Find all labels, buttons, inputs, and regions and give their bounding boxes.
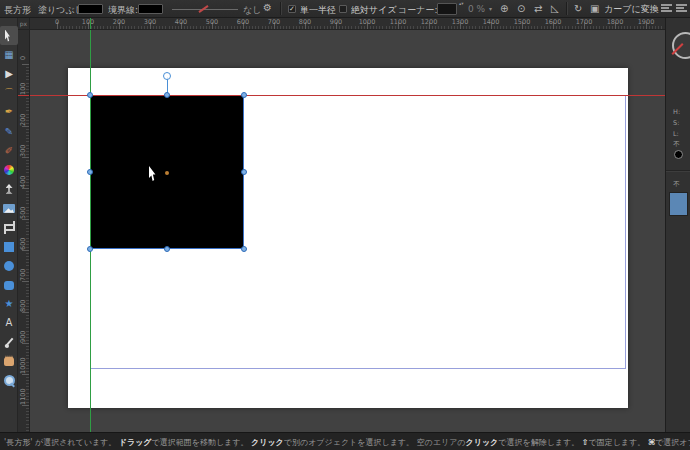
zoom-tool[interactable] — [0, 371, 18, 390]
hruler-label: 1700 — [576, 18, 593, 26]
saturation-label: S: — [673, 119, 679, 127]
ellipse-tool-icon — [4, 261, 14, 271]
color-swatch-black[interactable] — [674, 150, 683, 159]
hruler-label: 100 — [82, 18, 94, 26]
picture-tool[interactable] — [0, 199, 18, 218]
preview-mode-icon[interactable]: ▣ — [590, 3, 599, 14]
rotation-handle[interactable] — [163, 72, 171, 80]
hruler-label: 1400 — [483, 18, 500, 26]
vruler-label: 1000 — [19, 362, 27, 374]
move-tool[interactable] — [0, 26, 18, 45]
color-picker-tool[interactable] — [0, 333, 18, 352]
hand-tool[interactable] — [0, 352, 18, 371]
insert-behind-icon[interactable]: ⇄ — [534, 3, 542, 14]
horizontal-guide[interactable] — [30, 95, 665, 96]
vector-crop-tool-icon — [4, 222, 15, 233]
status-text: で選択を解除します。 — [498, 438, 581, 447]
move-tool-icon — [5, 30, 13, 42]
vruler-label: 600 — [19, 238, 27, 250]
transparency-tool[interactable] — [0, 180, 18, 199]
vruler-label: 500 — [19, 207, 27, 219]
ruler-unit-corner[interactable]: px — [18, 18, 30, 30]
corner-tool-icon: ⌒ — [4, 88, 14, 98]
hruler-label: 1300 — [452, 18, 469, 26]
frame-tool[interactable]: ▦ — [0, 45, 18, 64]
vector-crop-tool[interactable] — [0, 218, 18, 237]
absolute-size-label: 絶対サイズ — [351, 4, 397, 17]
hruler-label: 1100 — [390, 18, 407, 26]
vertical-ruler[interactable]: 010020030040050060070080090010001100 — [18, 30, 30, 432]
hruler-label: 500 — [206, 18, 218, 26]
vruler-label: 900 — [19, 331, 27, 343]
status-bar-hint-text: '長方形' が選択されています。 ドラッグで選択範囲を移動します。 クリックで別… — [0, 432, 690, 450]
text-tool[interactable]: A — [0, 314, 18, 333]
transform-origin-icon[interactable]: ◺ — [551, 3, 559, 14]
ellipse-tool[interactable] — [0, 256, 18, 275]
selection-handle[interactable] — [87, 169, 93, 175]
hruler-label: 400 — [175, 18, 187, 26]
pencil-tool[interactable]: ✎ — [0, 122, 18, 141]
selection-handle[interactable] — [164, 246, 170, 252]
hue-label: H: — [673, 108, 680, 116]
node-tool[interactable]: ▶ — [0, 64, 18, 83]
opacity-label: 不 — [673, 180, 680, 189]
absolute-size-checkbox[interactable] — [339, 5, 347, 13]
star-tool-icon: ★ — [5, 299, 14, 309]
stroke-style-value[interactable]: なし — [243, 4, 261, 17]
hruler-label: 900 — [330, 18, 342, 26]
gear-icon[interactable]: ⚙ — [263, 2, 272, 13]
horizontal-guide — [18, 95, 30, 96]
arrange-backward-icon[interactable] — [676, 4, 687, 14]
fill-tool[interactable] — [0, 160, 18, 179]
hruler-label: 1600 — [545, 18, 562, 26]
object-center-point — [165, 171, 169, 175]
star-tool[interactable]: ★ — [0, 295, 18, 314]
vertical-guide[interactable] — [90, 30, 91, 432]
hruler-label: 600 — [237, 18, 249, 26]
toolbar-separator — [280, 2, 281, 15]
stroke-label: 境界線: — [108, 4, 138, 17]
rectangle-tool[interactable] — [0, 237, 18, 256]
selection-handle[interactable] — [241, 246, 247, 252]
arrange-forward-icon[interactable] — [661, 4, 672, 14]
fill-swatch[interactable] — [78, 4, 103, 14]
cycle-selection-icon[interactable]: ↻ — [574, 3, 582, 14]
context-toolbar: 長方形 塗りつぶし: 境界線: なし ⚙ ✓ 単一半径 絶対サイズ コーナー: … — [0, 0, 690, 18]
transparency-tool-icon — [6, 184, 13, 194]
insert-inside-icon[interactable]: ⊙ — [517, 3, 525, 14]
hruler-label: 1800 — [607, 18, 624, 26]
brush-tool[interactable]: ✐ — [0, 141, 18, 160]
canvas-viewport[interactable] — [30, 30, 665, 432]
convert-to-curves-button[interactable]: カーブに変換 — [604, 3, 659, 16]
corner-label: コーナー: — [398, 4, 437, 17]
hruler-label: 1000 — [359, 18, 376, 26]
selection-handle[interactable] — [241, 92, 247, 98]
pen-tool[interactable]: ✒ — [0, 103, 18, 122]
selection-handle[interactable] — [87, 246, 93, 252]
corner-radius-value[interactable]: 0 % — [468, 4, 485, 14]
picture-tool-icon — [3, 204, 15, 213]
status-text: '長方形' が選択されています。 — [4, 438, 119, 447]
hruler-label: 0 — [55, 18, 59, 26]
corner-stepper[interactable]: ▴▾ — [459, 2, 464, 6]
rounded-rectangle-tool-icon — [4, 281, 14, 290]
chevron-down-icon[interactable]: ▾ — [489, 5, 492, 12]
corner-tool[interactable]: ⌒ — [0, 84, 18, 103]
selection-handle[interactable] — [87, 92, 93, 98]
color-swatch-blue[interactable] — [669, 192, 688, 216]
vruler-label: 100 — [19, 83, 27, 95]
selection-handle[interactable] — [241, 169, 247, 175]
status-text: 空のエリアの — [417, 438, 466, 447]
selection-handle[interactable] — [164, 92, 170, 98]
status-text: で固定します。 — [588, 438, 647, 447]
vruler-label: 300 — [19, 145, 27, 157]
text-tool-icon: A — [6, 318, 13, 328]
vruler-label: 800 — [19, 300, 27, 312]
rounded-rectangle-tool[interactable] — [0, 275, 18, 294]
stroke-swatch[interactable] — [138, 4, 163, 14]
horizontal-ruler[interactable]: 0100200300400500600700800900100011001200… — [30, 18, 665, 30]
corner-type-select[interactable] — [437, 3, 457, 15]
status-keyword: ドラッグ — [119, 438, 152, 447]
insert-target-icon[interactable]: ⊕ — [500, 3, 508, 14]
single-radius-checkbox[interactable]: ✓ — [288, 5, 296, 13]
